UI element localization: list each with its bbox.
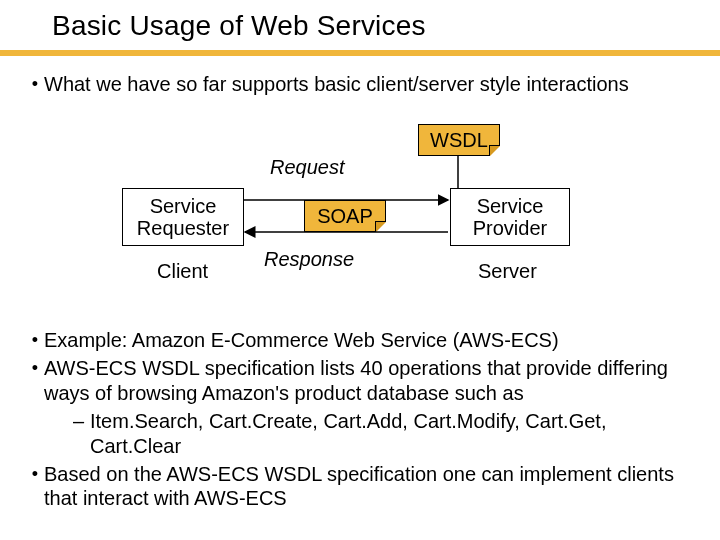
bullet-dash: – [54, 409, 90, 433]
bullet-dot: • [26, 462, 44, 486]
bullet-implement: • Based on the AWS-ECS WSDL specificatio… [26, 462, 694, 511]
bullet-text: AWS-ECS WSDL specification lists 40 oper… [44, 356, 694, 405]
bullet-intro: • What we have so far supports basic cli… [26, 72, 694, 97]
bullet-dot: • [26, 72, 44, 96]
slide: Basic Usage of Web Services • What we ha… [0, 0, 720, 540]
bullet-wsdl-spec: • AWS-ECS WSDL specification lists 40 op… [26, 356, 694, 405]
bullet-text: Item.Search, Cart.Create, Cart.Add, Cart… [90, 409, 694, 458]
bullet-operations: – Item.Search, Cart.Create, Cart.Add, Ca… [54, 409, 694, 458]
bullet-text: Based on the AWS-ECS WSDL specification … [44, 462, 694, 511]
bullet-text: Example: Amazon E-Commerce Web Service (… [44, 328, 694, 352]
diagram: WSDL Request Service Requester SOAP Serv… [0, 108, 720, 308]
bullet-text: What we have so far supports basic clien… [44, 72, 694, 97]
diagram-arrows [0, 108, 720, 308]
bullet-example: • Example: Amazon E-Commerce Web Service… [26, 328, 694, 352]
title-underline [0, 50, 720, 56]
slide-title: Basic Usage of Web Services [52, 10, 426, 42]
intro-bullets: • What we have so far supports basic cli… [26, 72, 694, 101]
bullet-dot: • [26, 328, 44, 352]
lower-bullets: • Example: Amazon E-Commerce Web Service… [26, 328, 694, 515]
bullet-dot: • [26, 356, 44, 380]
